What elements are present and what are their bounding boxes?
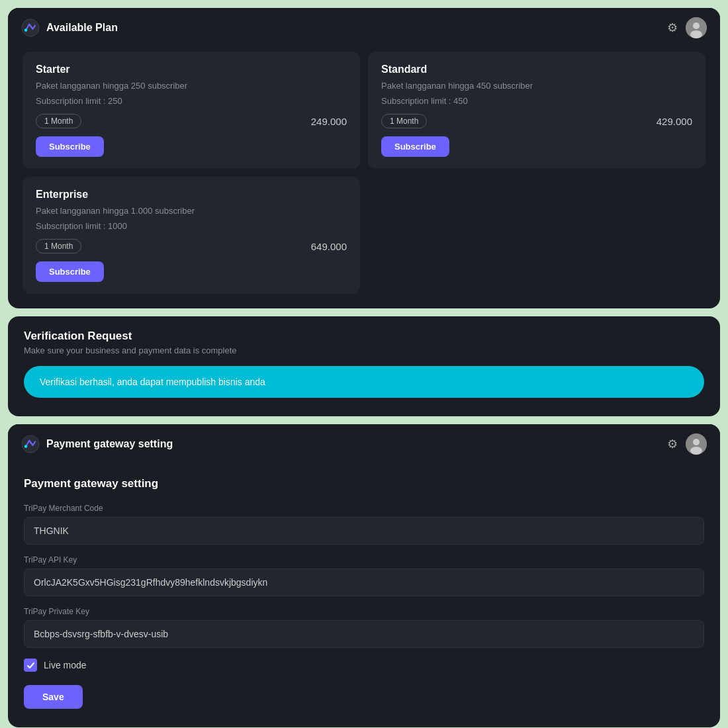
plan-empty-slot xyxy=(368,177,705,294)
starter-month-badge[interactable]: 1 Month xyxy=(36,114,81,128)
standard-desc: Paket langganan hingga 450 subscriber xyxy=(381,81,692,91)
plans-grid: Starter Paket langganan hingga 250 subsc… xyxy=(8,48,720,308)
starter-subscribe-button[interactable]: Subscribe xyxy=(36,136,104,157)
plan-card-starter: Starter Paket langganan hingga 250 subsc… xyxy=(23,52,360,169)
svg-point-6 xyxy=(24,445,27,447)
payment-header: Payment gateway setting ⚙ xyxy=(8,424,720,464)
live-mode-checkbox[interactable] xyxy=(24,659,37,672)
standard-month-badge[interactable]: 1 Month xyxy=(381,114,427,128)
private-key-input[interactable] xyxy=(24,620,704,648)
private-key-group: TriPay Private Key xyxy=(24,607,704,648)
verification-success-bar: Verifikasi berhasil, anda dapat mempubli… xyxy=(24,366,704,398)
starter-limit: Subscription limit : 250 xyxy=(36,96,347,106)
svg-point-5 xyxy=(22,435,39,453)
starter-price: 249.000 xyxy=(311,116,347,127)
standard-limit: Subscription limit : 450 xyxy=(381,96,692,106)
standard-pricing-row: 1 Month 429.000 xyxy=(381,114,692,128)
available-plan-panel: Available Plan ⚙ Starter Paket langganan… xyxy=(8,8,720,308)
svg-point-4 xyxy=(690,30,702,38)
available-plan-header: Available Plan ⚙ xyxy=(8,8,720,48)
merchant-code-label: TriPay Merchant Code xyxy=(24,504,704,513)
merchant-code-input[interactable] xyxy=(24,517,704,545)
merchant-code-group: TriPay Merchant Code xyxy=(24,504,704,545)
api-key-label: TriPay API Key xyxy=(24,555,704,565)
payment-logo-icon xyxy=(21,435,40,453)
verification-panel: Verification Request Make sure your busi… xyxy=(8,316,720,416)
starter-desc: Paket langganan hingga 250 subscriber xyxy=(36,81,347,91)
starter-name: Starter xyxy=(36,64,347,75)
svg-point-1 xyxy=(24,28,27,31)
standard-price: 429.000 xyxy=(657,116,692,127)
standard-subscribe-button[interactable]: Subscribe xyxy=(381,136,449,157)
plan-card-standard: Standard Paket langganan hingga 450 subs… xyxy=(368,52,705,169)
enterprise-month-badge[interactable]: 1 Month xyxy=(36,239,81,253)
payment-gear-button[interactable]: ⚙ xyxy=(667,437,678,451)
plan-card-enterprise: Enterprise Paket langganan hingga 1.000 … xyxy=(23,177,360,294)
enterprise-price: 649.000 xyxy=(311,241,347,252)
svg-point-3 xyxy=(693,23,700,29)
payment-avatar[interactable] xyxy=(686,433,707,455)
header-left: Available Plan xyxy=(21,19,118,37)
live-mode-label: Live mode xyxy=(44,660,87,670)
private-key-label: TriPay Private Key xyxy=(24,607,704,616)
payment-header-left: Payment gateway setting xyxy=(21,435,173,453)
svg-point-9 xyxy=(690,447,702,455)
enterprise-pricing-row: 1 Month 649.000 xyxy=(36,239,347,253)
payment-header-title: Payment gateway setting xyxy=(46,438,173,450)
enterprise-name: Enterprise xyxy=(36,189,347,201)
save-button[interactable]: Save xyxy=(24,685,83,709)
gear-button[interactable]: ⚙ xyxy=(667,21,678,35)
logo-icon xyxy=(21,19,40,37)
live-mode-row: Live mode xyxy=(24,659,704,672)
starter-pricing-row: 1 Month 249.000 xyxy=(36,114,347,128)
verification-title: Verification Request xyxy=(24,330,704,343)
standard-name: Standard xyxy=(381,64,692,75)
enterprise-limit: Subscription limit : 1000 xyxy=(36,221,347,231)
api-key-input[interactable] xyxy=(24,569,704,596)
payment-section-title: Payment gateway setting xyxy=(24,477,704,490)
payment-body: Payment gateway setting TriPay Merchant … xyxy=(8,464,720,727)
payment-header-icons: ⚙ xyxy=(667,433,707,455)
svg-point-0 xyxy=(22,19,39,36)
enterprise-desc: Paket langganan hingga 1.000 subscriber xyxy=(36,206,347,216)
available-plan-title: Available Plan xyxy=(46,22,118,34)
verification-success-message: Verifikasi berhasil, anda dapat mempubli… xyxy=(40,377,265,387)
payment-gateway-panel: Payment gateway setting ⚙ Payment gatewa… xyxy=(8,424,720,727)
enterprise-subscribe-button[interactable]: Subscribe xyxy=(36,261,104,282)
verification-subtitle: Make sure your business and payment data… xyxy=(24,345,704,355)
api-key-group: TriPay API Key xyxy=(24,555,704,596)
svg-point-8 xyxy=(693,439,700,445)
avatar[interactable] xyxy=(686,17,707,38)
header-icons: ⚙ xyxy=(667,17,707,38)
